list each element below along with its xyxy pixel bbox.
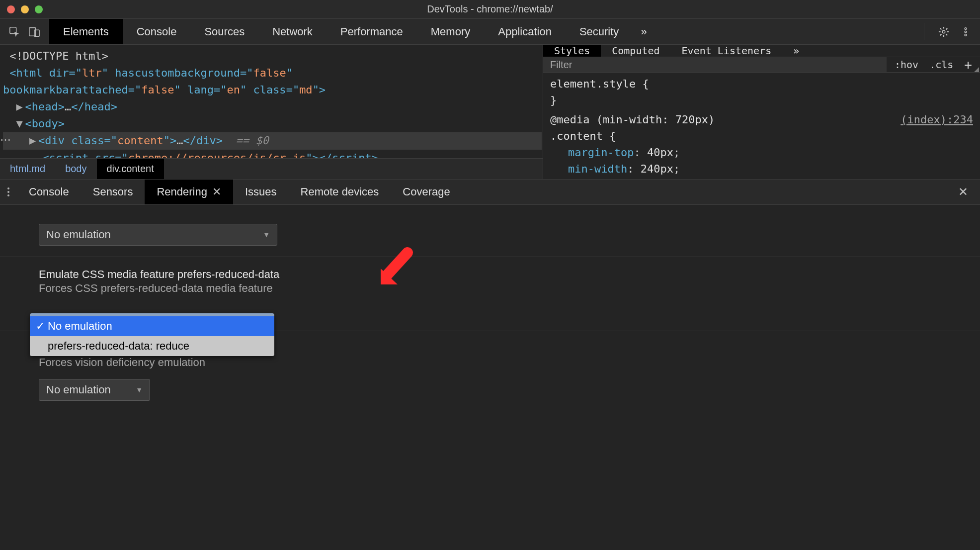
rule-source-link[interactable]: (index):234	[900, 111, 973, 128]
breadcrumb: html.md body div.content	[0, 158, 543, 179]
prefers-reduced-data-dropdown[interactable]: No emulation prefers-reduced-data: reduc…	[30, 313, 274, 356]
styles-filter-input[interactable]	[543, 57, 887, 72]
drawer-tab-rendering[interactable]: Rendering✕	[145, 180, 233, 204]
resize-handle-icon[interactable]	[974, 67, 979, 72]
media-query: @media (min-width: 720px)	[550, 113, 715, 126]
selection-gutter-icon: ⋯	[0, 133, 12, 146]
css-val[interactable]: 40px	[647, 146, 673, 159]
css-media-select[interactable]: No emulation ▼	[39, 224, 277, 246]
tab-performance[interactable]: Performance	[327, 19, 417, 44]
svg-point-5	[965, 31, 967, 33]
tab-application[interactable]: Application	[484, 19, 566, 44]
window-title: DevTools - chrome://newtab/	[0, 3, 980, 15]
tab-sources[interactable]: Sources	[190, 19, 258, 44]
hov-toggle[interactable]: :hov	[895, 59, 918, 71]
drawer-menu-icon[interactable]	[0, 180, 17, 204]
panel-tabs: Elements Console Sources Network Perform…	[49, 19, 655, 44]
inspect-element-icon[interactable]	[9, 26, 20, 37]
styles-tab-computed[interactable]: Computed	[601, 45, 670, 57]
dom-html-open-2[interactable]: bookmarkbarattached="false" lang="en" cl…	[3, 82, 542, 98]
dom-doctype[interactable]: <!DOCTYPE html>	[3, 48, 542, 65]
css-prop[interactable]: min-width	[568, 163, 627, 175]
close-drawer-button[interactable]: ✕	[946, 180, 980, 204]
caret-down-icon: ▼	[263, 231, 270, 239]
dropdown-option-reduce[interactable]: prefers-reduced-data: reduce	[30, 336, 274, 356]
vision-deficiency-desc: Forces vision deficiency emulation	[39, 356, 980, 369]
caret-down-icon: ▼	[136, 386, 143, 394]
select-value: No emulation	[46, 383, 111, 396]
kebab-menu-icon[interactable]	[960, 26, 971, 37]
svg-point-7	[7, 187, 9, 189]
element-style-header: element.style {	[550, 78, 649, 90]
svg-rect-1	[29, 27, 36, 36]
svg-point-9	[7, 194, 9, 196]
tab-network[interactable]: Network	[258, 19, 327, 44]
annotation-arrow-icon	[378, 247, 417, 291]
elements-tree[interactable]: ⋯ <!DOCTYPE html> <html dir="ltr" hascus…	[0, 45, 543, 179]
main-toolbar: Elements Console Sources Network Perform…	[0, 19, 980, 45]
tabs-overflow[interactable]: »	[633, 19, 654, 44]
selector: .content {	[550, 130, 616, 142]
select-value: No emulation	[46, 228, 111, 241]
rendering-panel: No emulation ▼ Emulate CSS media feature…	[0, 205, 980, 550]
vision-deficiency-select[interactable]: No emulation ▼	[39, 379, 150, 401]
tab-elements[interactable]: Elements	[49, 19, 123, 44]
css-prop[interactable]: margin-top	[568, 146, 634, 159]
device-toggle-icon[interactable]	[29, 26, 40, 37]
svg-point-8	[7, 191, 9, 193]
element-style-close: }	[550, 94, 557, 106]
styles-rules[interactable]: element.style { } (index):234 @media (mi…	[543, 73, 980, 180]
css-val[interactable]: 240px	[641, 163, 673, 175]
window-titlebar: DevTools - chrome://newtab/	[0, 0, 980, 19]
drawer-tab-remote-devices[interactable]: Remote devices	[289, 180, 391, 204]
tab-console[interactable]: Console	[123, 19, 191, 44]
prefers-reduced-data-desc: Forces CSS prefers-reduced-data media fe…	[39, 282, 980, 295]
styles-tabs-overflow[interactable]: »	[782, 45, 810, 57]
add-rule-button[interactable]: +	[964, 57, 972, 72]
crumb-div-content[interactable]: div.content	[97, 159, 164, 179]
styles-tab-event-listeners[interactable]: Event Listeners	[671, 45, 783, 57]
dom-div-content[interactable]: ▶<div class="content">…</div> == $0	[3, 132, 542, 149]
drawer-tab-coverage[interactable]: Coverage	[391, 180, 462, 204]
tab-memory[interactable]: Memory	[417, 19, 484, 44]
dropdown-option-no-emulation[interactable]: No emulation	[30, 316, 274, 336]
crumb-html[interactable]: html.md	[0, 159, 55, 179]
tab-security[interactable]: Security	[566, 19, 633, 44]
dom-html-open[interactable]: <html dir="ltr" hascustombackground="fal…	[3, 65, 542, 82]
svg-point-3	[942, 30, 945, 33]
settings-icon[interactable]	[938, 26, 949, 37]
styles-tab-styles[interactable]: Styles	[543, 45, 601, 57]
dom-body[interactable]: ▼<body>	[3, 115, 542, 132]
svg-point-6	[965, 34, 967, 36]
styles-pane: Styles Computed Event Listeners » :hov .…	[543, 45, 980, 179]
drawer-tab-sensors[interactable]: Sensors	[81, 180, 145, 204]
cls-toggle[interactable]: .cls	[929, 59, 953, 71]
svg-rect-2	[34, 30, 39, 36]
prefers-reduced-data-title: Emulate CSS media feature prefers-reduce…	[39, 268, 980, 281]
drawer-tab-console[interactable]: Console	[17, 180, 81, 204]
svg-point-4	[965, 27, 967, 29]
crumb-body[interactable]: body	[55, 159, 96, 179]
dom-head[interactable]: ▶<head>…</head>	[3, 98, 542, 115]
close-tab-icon[interactable]: ✕	[212, 185, 221, 198]
drawer-tab-issues[interactable]: Issues	[233, 180, 289, 204]
drawer-tabs: Console Sensors Rendering✕ Issues Remote…	[0, 179, 980, 205]
